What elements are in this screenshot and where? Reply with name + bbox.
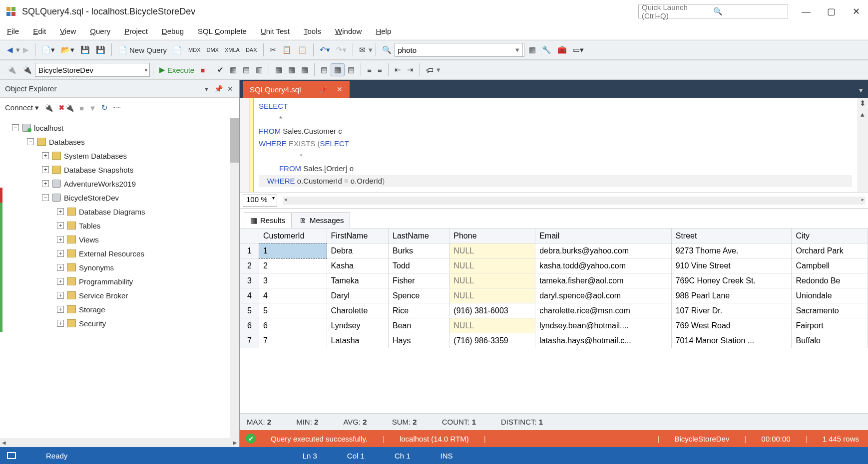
expand-icon[interactable]: + [57,278,64,285]
paste-icon[interactable]: 📋 [295,44,310,56]
grid-cell[interactable]: 5 [259,303,327,318]
menu-edit[interactable]: Edit [33,27,46,35]
tree-item[interactable]: Tables [79,222,100,230]
nav-forward-button[interactable]: ▶ [20,44,32,56]
tree-item[interactable]: Database Snapshots [64,166,133,174]
copy-icon[interactable]: 📋 [279,44,295,56]
table-row[interactable]: 55CharoletteRice(916) 381-6003charolette… [240,303,868,318]
collapse-icon[interactable]: − [42,194,49,201]
menu-query[interactable]: Query [90,27,110,35]
ext-icon-1[interactable]: ▦ [526,44,539,56]
tree-item[interactable]: Storage [79,305,105,314]
tab-messages[interactable]: 🗎Messages [293,212,350,228]
row-number[interactable]: 4 [240,288,259,303]
table-row[interactable]: 33TamekaFisherNULLtameka.fisher@aol.com7… [240,273,868,288]
include-stats-icon[interactable]: ▥ [253,64,266,76]
menu-file[interactable]: File [7,27,19,35]
table-row[interactable]: 44DarylSpenceNULLdaryl.spence@aol.com988… [240,288,868,303]
grid-cell[interactable]: 1 [259,243,327,258]
disconnect-all-icon[interactable]: ✖🔌 [58,103,74,112]
editor-code[interactable]: SELECT * FROM Sales.Customer c WHERE EXI… [254,98,857,192]
quick-launch[interactable]: Quick Launch (Ctrl+Q) 🔍 [638,4,788,18]
grid-cell[interactable]: Sacramento [792,303,868,318]
mail-icon[interactable]: ✉ [356,44,369,56]
grid-cell[interactable]: tameka.fisher@aol.com [535,273,672,288]
grid-cell[interactable]: Campbell [792,258,868,273]
grid-cell[interactable]: Kasha [327,258,388,273]
grid-cell[interactable]: Uniondale [792,288,868,303]
col-header[interactable]: Street [671,229,792,243]
comment-icon[interactable]: ≡ [364,64,375,76]
grid-cell[interactable]: NULL [449,288,535,303]
find-icon[interactable]: 🔍 [379,44,395,56]
panel-close-icon[interactable]: ✕ [226,85,234,93]
table-row[interactable]: 22KashaToddNULLkasha.todd@yahoo.com910 V… [240,258,868,273]
execute-button[interactable]: ▶ Execute [156,64,197,76]
indent-icon[interactable]: ⇤ [392,64,404,76]
expand-icon[interactable]: + [57,306,64,313]
row-number[interactable]: 1 [240,243,259,258]
col-header[interactable]: FirstName [327,229,388,243]
table-row[interactable]: 77LatashaHays(716) 986-3359latasha.hays@… [240,333,868,348]
stop-icon[interactable]: ■ [79,104,84,112]
tab-close-icon[interactable]: ✕ [337,85,343,93]
row-number[interactable]: 5 [240,303,259,318]
grid-cell[interactable]: latasha.hays@hotmail.c... [535,333,672,348]
row-number[interactable]: 7 [240,333,259,348]
grid-cell[interactable]: daryl.spence@aol.com [535,288,672,303]
grid-cell[interactable]: NULL [449,273,535,288]
menu-tools[interactable]: Tools [304,27,321,35]
outdent-icon[interactable]: ⇥ [404,64,417,76]
row-number[interactable]: 2 [240,258,259,273]
tree-item[interactable]: AdventureWorks2019 [64,180,136,188]
grid-cell[interactable]: Spence [389,288,449,303]
expand-icon[interactable]: + [57,222,64,229]
grid-cell[interactable]: 107 River Dr. [671,303,792,318]
col-header[interactable]: LastName [389,229,449,243]
tab-pin-icon[interactable]: 📌 [319,85,328,93]
grid-cell[interactable]: 2 [259,258,327,273]
cut-icon[interactable]: ✂ [267,44,279,56]
grid-cell[interactable]: Debra [327,243,388,258]
menu-view[interactable]: View [60,27,76,35]
expand-icon[interactable]: + [57,236,64,243]
pin-icon[interactable]: 📌 [214,85,222,93]
tree-databases[interactable]: Databases [49,138,85,146]
tree-server[interactable]: localhost [34,124,63,132]
tree-item[interactable]: Security [79,319,106,328]
collapse-icon[interactable]: − [27,138,34,145]
connect-button[interactable]: Connect ▾ [5,103,39,112]
stop-icon[interactable]: ■ [197,64,208,76]
grid-cell[interactable]: (916) 381-6003 [449,303,535,318]
expand-icon[interactable]: + [57,250,64,257]
menu-window[interactable]: Window [335,27,362,35]
toolbox-icon[interactable]: 🧰 [554,44,570,56]
database-combo[interactable]: BicycleStoreDev [35,63,150,77]
grid-cell[interactable]: 910 Vine Street [671,258,792,273]
object-explorer-tree[interactable]: −localhost −Databases +System Databases … [0,118,239,438]
tree-item[interactable]: Views [79,235,99,244]
mdx-icon[interactable]: MDX [185,45,203,54]
intellisense-icon[interactable]: ▦ [285,64,298,76]
menu-project[interactable]: Project [124,27,148,35]
grid-cell[interactable]: Orchard Park [792,243,868,258]
results-text-icon[interactable]: ▤ [318,64,331,76]
grid-cell[interactable]: Burks [389,243,449,258]
expand-icon[interactable]: + [57,264,64,271]
wrench-icon[interactable]: 🔧 [539,44,554,56]
collapse-icon[interactable]: − [12,124,19,131]
minimize-button[interactable]: — [799,4,813,18]
grid-cell[interactable]: Bean [389,318,449,333]
split-handle-icon[interactable]: ⬍ [857,98,868,109]
specify-values-icon[interactable]: 🏷 [423,64,436,76]
menu-unit-test[interactable]: Unit Test [261,27,290,35]
grid-cell[interactable]: 7014 Manor Station ... [671,333,792,348]
menu-debug[interactable]: Debug [162,27,184,35]
find-input[interactable]: photo [395,43,524,57]
table-row[interactable]: 11DebraBurksNULLdebra.burks@yahoo.com927… [240,243,868,258]
dax-icon[interactable]: DAX [243,45,260,54]
menu-sql-complete[interactable]: SQL Complete [198,27,247,35]
display-plan-icon[interactable]: ▦ [227,64,240,76]
grid-cell[interactable]: 988 Pearl Lane [671,288,792,303]
table-row[interactable]: 66LyndseyBeanNULLlyndsey.bean@hotmail...… [240,318,868,333]
